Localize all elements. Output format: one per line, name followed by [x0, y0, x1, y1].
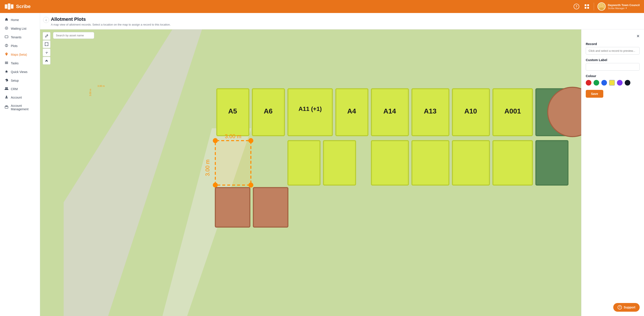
- collapse-button[interactable]: [43, 57, 50, 64]
- svg-point-61: [213, 138, 218, 143]
- colour-purple[interactable]: [617, 80, 622, 86]
- save-button[interactable]: Save: [586, 90, 603, 98]
- tenants-icon: [4, 35, 9, 40]
- colour-blue[interactable]: [601, 80, 607, 86]
- account-icon: [4, 95, 9, 100]
- sidebar-item-setup[interactable]: Setup: [0, 76, 40, 85]
- svg-point-20: [5, 87, 6, 88]
- sidebar-item-waiting-list[interactable]: Waiting List: [0, 24, 40, 33]
- logo-text: Scribe: [16, 4, 30, 9]
- sidebar-item-plots[interactable]: Plots: [0, 42, 40, 50]
- svg-point-64: [248, 182, 253, 188]
- svg-text:A5: A5: [228, 107, 237, 115]
- svg-rect-3: [585, 4, 586, 6]
- main-layout: Home Waiting List Tenants Plots Maps (be…: [0, 13, 644, 316]
- svg-rect-17: [5, 62, 8, 63]
- help-icon: ?: [574, 4, 579, 9]
- colour-red[interactable]: [586, 80, 592, 86]
- record-label: Record: [586, 42, 640, 46]
- svg-text:A6: A6: [264, 107, 273, 115]
- svg-point-12: [6, 28, 7, 28]
- user-menu[interactable]: Dayworth Town Council Scribe Manager ▾: [598, 2, 640, 10]
- colour-green[interactable]: [594, 80, 599, 86]
- page-header: ‹ Allotment Plots A map view of allotmen…: [40, 13, 644, 30]
- record-input[interactable]: [586, 47, 640, 54]
- svg-rect-53: [371, 140, 408, 185]
- account-management-icon: [4, 105, 9, 110]
- record-section: Record: [586, 42, 640, 54]
- back-button[interactable]: ‹: [43, 17, 49, 23]
- resize-tool-button[interactable]: [43, 40, 50, 48]
- support-icon: ?: [618, 305, 622, 310]
- grid-button[interactable]: [583, 3, 590, 10]
- map-area[interactable]: A5 A6 A11 (+1) A4 A14 A13: [40, 30, 581, 316]
- custom-label-section: Custom Label: [586, 58, 640, 70]
- svg-point-21: [6, 87, 8, 88]
- page-title: Allotment Plots: [51, 16, 639, 22]
- map-visual: A5 A6 A11 (+1) A4 A14 A13: [40, 30, 581, 316]
- svg-point-63: [213, 182, 218, 188]
- user-role: Scribe Manager ▾: [608, 7, 627, 10]
- svg-rect-57: [536, 140, 568, 185]
- resize-icon: [45, 42, 48, 46]
- colour-picker: [586, 80, 640, 86]
- edit-icon: [45, 34, 48, 38]
- waiting-list-icon: [4, 26, 9, 31]
- svg-rect-0: [5, 4, 7, 9]
- svg-point-22: [6, 96, 7, 97]
- maps-icon: [4, 52, 9, 57]
- custom-label-label: Custom Label: [586, 58, 640, 62]
- back-icon: ‹: [46, 18, 47, 22]
- collapse-icon: [45, 59, 48, 62]
- colour-black[interactable]: [625, 80, 630, 86]
- custom-label-input[interactable]: [586, 63, 640, 70]
- svg-rect-16: [5, 62, 8, 62]
- support-button[interactable]: ? Support: [613, 303, 640, 312]
- map-toolbar: [43, 32, 50, 64]
- help-button[interactable]: ?: [573, 3, 580, 10]
- sidebar-item-maps[interactable]: Maps (beta): [0, 50, 40, 59]
- svg-rect-18: [5, 64, 8, 64]
- svg-point-28: [45, 46, 46, 46]
- right-panel: ✕ Record Custom Label Colour: [581, 30, 644, 316]
- sidebar-item-crm[interactable]: CRM: [0, 85, 40, 93]
- svg-rect-65: [215, 188, 250, 227]
- colour-yellow[interactable]: [609, 80, 615, 86]
- sidebar-item-tasks[interactable]: Tasks: [0, 59, 40, 68]
- move-tool-button[interactable]: [43, 48, 50, 56]
- svg-rect-4: [587, 4, 589, 6]
- sidebar-item-account[interactable]: Account: [0, 93, 40, 102]
- app-logo: Scribe: [4, 2, 30, 10]
- sidebar-item-quick-views[interactable]: Quick Views: [0, 68, 40, 76]
- svg-point-27: [48, 42, 48, 43]
- header-right: ? Dayworth Town Council: [573, 2, 640, 10]
- svg-rect-55: [452, 140, 490, 185]
- svg-rect-54: [412, 140, 449, 185]
- sidebar-item-tenants[interactable]: Tenants: [0, 33, 40, 42]
- search-input[interactable]: [53, 32, 94, 39]
- sidebar-item-account-management[interactable]: Account Management: [0, 102, 40, 113]
- grid-icon: [584, 4, 589, 9]
- svg-rect-1: [8, 4, 10, 10]
- panel-header: ✕: [586, 34, 640, 38]
- svg-text:A001: A001: [504, 107, 521, 115]
- map-container: A5 A6 A11 (+1) A4 A14 A13: [40, 30, 644, 316]
- svg-point-62: [248, 138, 253, 143]
- svg-point-26: [45, 42, 46, 43]
- app-header: Scribe ?: [0, 0, 644, 13]
- user-info: Dayworth Town Council Scribe Manager ▾: [608, 4, 640, 10]
- svg-text:3.00 m: 3.00 m: [225, 133, 242, 139]
- dim-label-h: 3.00 m: [89, 89, 92, 96]
- sidebar-item-home[interactable]: Home: [0, 16, 40, 24]
- svg-rect-58: [215, 140, 251, 185]
- svg-rect-13: [5, 36, 8, 38]
- edit-tool-button[interactable]: [43, 32, 50, 40]
- close-icon: ✕: [636, 34, 640, 38]
- svg-point-9: [600, 8, 604, 10]
- svg-text:A4: A4: [347, 107, 356, 115]
- page-subtitle: A map view of allotment records. Select …: [51, 23, 639, 26]
- map-search[interactable]: [53, 32, 94, 39]
- close-panel-button[interactable]: ✕: [636, 34, 640, 38]
- svg-point-29: [48, 46, 48, 46]
- svg-text:A14: A14: [383, 107, 396, 115]
